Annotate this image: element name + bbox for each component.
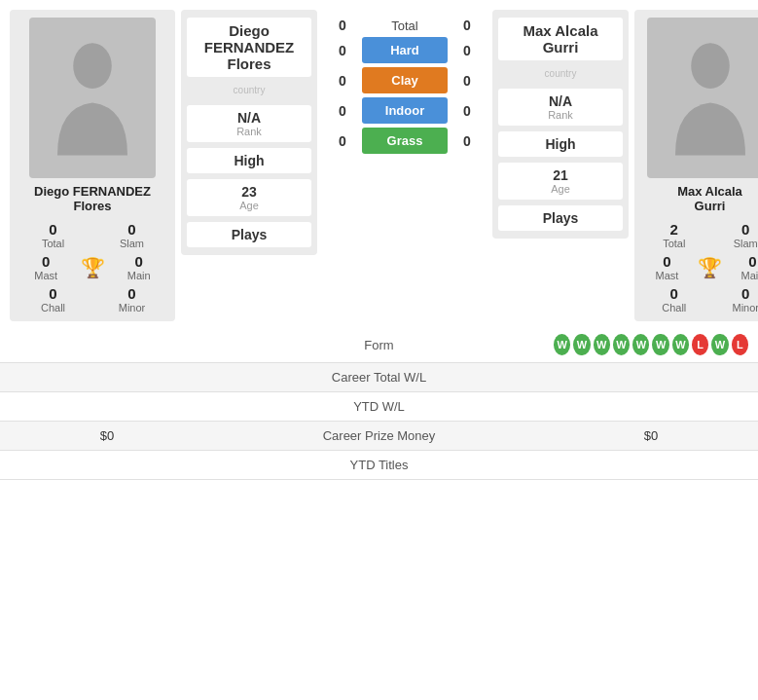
- right-main-value: 0: [748, 253, 756, 270]
- left-country: country: [187, 85, 311, 95]
- prize-right-value: $0: [554, 428, 748, 443]
- left-age-value: 23: [191, 184, 307, 200]
- grass-button[interactable]: Grass: [362, 128, 448, 154]
- right-mast-value: 0: [663, 253, 670, 270]
- left-mast-value: 0: [42, 253, 50, 270]
- right-minor-label: Minor: [732, 302, 758, 313]
- form-badges-container: WWWWWWWLWL: [554, 334, 748, 355]
- right-chall-label: Chall: [662, 302, 686, 313]
- right-high-value: High: [502, 136, 619, 152]
- form-label: Form: [204, 338, 554, 352]
- svg-point-1: [691, 43, 730, 89]
- grass-row: 0 Grass 0: [323, 128, 487, 154]
- form-badge-w: W: [554, 334, 570, 355]
- form-badge-l: L: [692, 334, 708, 355]
- prize-left-value: $0: [10, 428, 204, 443]
- total-row: 0 Total 0: [323, 18, 487, 33]
- grass-right-score: 0: [448, 133, 487, 149]
- right-chall-value: 0: [670, 285, 678, 302]
- form-badge-w: W: [632, 334, 649, 355]
- prize-label: Career Prize Money: [204, 428, 554, 443]
- career-total-row: Career Total W/L: [0, 363, 758, 392]
- left-rank-block: N/A Rank: [187, 105, 311, 142]
- indoor-left-score: 0: [323, 103, 362, 119]
- right-plays-label: Plays: [502, 210, 619, 226]
- indoor-right-score: 0: [448, 103, 487, 119]
- left-slam-value: 0: [127, 221, 135, 238]
- right-header-name: Max Alcala Gurri: [502, 22, 619, 55]
- form-badge-w: W: [711, 334, 728, 355]
- clay-right-score: 0: [448, 73, 487, 89]
- left-rank-value: N/A: [191, 110, 307, 126]
- right-mast-label: Mast: [656, 270, 679, 281]
- left-high-value: High: [191, 153, 307, 168]
- left-total-value: 0: [49, 221, 56, 238]
- left-high-block: High: [187, 148, 311, 173]
- left-main-value: 0: [135, 253, 143, 270]
- left-header-name: Diego FERNANDEZ Flores: [191, 22, 307, 72]
- indoor-row: 0 Indoor 0: [323, 97, 487, 124]
- left-plays-block: Plays: [187, 222, 311, 247]
- left-name-block: Diego FERNANDEZ Flores: [187, 18, 311, 77]
- left-player-avatar: [29, 18, 156, 178]
- left-plays-label: Plays: [191, 227, 307, 242]
- left-total-label: Total: [42, 238, 64, 249]
- right-age-label: Age: [502, 183, 619, 195]
- form-badge-w: W: [594, 334, 610, 355]
- total-left-score: 0: [323, 18, 362, 33]
- right-age-value: 21: [502, 167, 619, 183]
- clay-left-score: 0: [323, 73, 362, 89]
- left-minor-label: Minor: [119, 302, 146, 313]
- ytd-titles-label: YTD Titles: [204, 458, 554, 472]
- left-minor-value: 0: [127, 285, 135, 302]
- svg-point-0: [73, 43, 112, 89]
- clay-button[interactable]: Clay: [362, 67, 448, 93]
- form-badge-w: W: [672, 334, 689, 355]
- prize-money-row: $0 Career Prize Money $0: [0, 422, 758, 451]
- form-badge-w: W: [652, 334, 668, 355]
- ytd-titles-row: YTD Titles: [0, 451, 758, 480]
- right-plays-block: Plays: [498, 205, 623, 231]
- indoor-button[interactable]: Indoor: [362, 97, 448, 124]
- left-mast-label: Mast: [34, 270, 57, 281]
- right-slam-value: 0: [741, 221, 749, 238]
- right-player-avatar: [647, 18, 759, 178]
- form-row: Form WWWWWWWLWL: [0, 327, 758, 363]
- right-minor-value: 0: [741, 285, 749, 302]
- right-high-block: High: [498, 131, 623, 157]
- right-main-label: Main: [741, 270, 758, 281]
- clay-row: 0 Clay 0: [323, 67, 487, 93]
- right-name-block: Max Alcala Gurri: [498, 18, 623, 60]
- surface-center: 0 Total 0 0 Hard 0 0 Clay 0 0 Indoor 0: [323, 10, 487, 164]
- left-chall-label: Chall: [41, 302, 65, 313]
- left-rank-label: Rank: [191, 126, 307, 137]
- form-badge-w: W: [613, 334, 630, 355]
- hard-button[interactable]: Hard: [362, 37, 448, 63]
- left-trophy-icon: 🏆: [81, 256, 105, 279]
- total-right-score: 0: [448, 18, 487, 33]
- left-info-panel: Diego FERNANDEZ Flores country N/A Rank …: [181, 10, 317, 255]
- total-label: Total: [362, 18, 448, 33]
- right-info-panel: Max Alcala Gurri country N/A Rank High 2…: [492, 10, 629, 239]
- right-total-label: Total: [663, 238, 685, 249]
- career-total-label: Career Total W/L: [204, 370, 554, 385]
- hard-row: 0 Hard 0: [323, 37, 487, 63]
- hard-left-score: 0: [323, 43, 362, 58]
- form-badge-w: W: [573, 334, 590, 355]
- ytd-wl-label: YTD W/L: [204, 399, 554, 414]
- grass-left-score: 0: [323, 133, 362, 149]
- right-age-block: 21 Age: [498, 163, 623, 200]
- left-age-label: Age: [191, 200, 307, 211]
- form-badge-l: L: [732, 334, 748, 355]
- right-trophy-icon: 🏆: [698, 256, 722, 279]
- left-player-name: Diego FERNANDEZ Flores: [34, 184, 151, 213]
- left-age-block: 23 Age: [187, 179, 311, 216]
- left-chall-value: 0: [49, 285, 56, 302]
- right-rank-block: N/A Rank: [498, 89, 623, 126]
- ytd-wl-row: YTD W/L: [0, 392, 758, 422]
- left-slam-label: Slam: [120, 238, 144, 249]
- left-player-panel: Diego FERNANDEZ Flores 0 Total 0 Slam 0 …: [10, 10, 175, 321]
- right-slam-label: Slam: [734, 238, 758, 249]
- bottom-section: Form WWWWWWWLWL Career Total W/L YTD W/L…: [0, 327, 758, 480]
- right-player-panel: Max Alcala Gurri 2 Total 0 Slam 0 Mast 🏆: [634, 10, 758, 321]
